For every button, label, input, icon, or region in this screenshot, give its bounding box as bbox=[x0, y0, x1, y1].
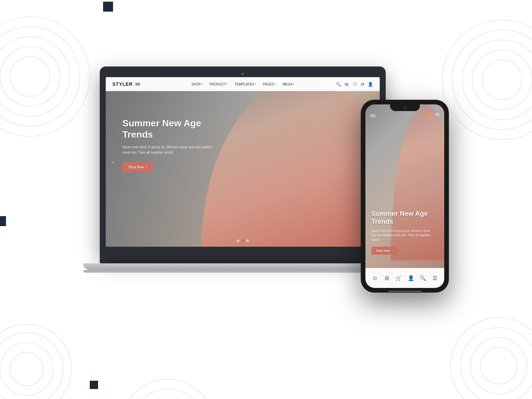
slider-dot-3[interactable] bbox=[246, 239, 249, 242]
laptop-hero-text-block: Summer New Age Trends Never ever think o… bbox=[122, 118, 215, 172]
slider-previous-arrow[interactable]: ‹ bbox=[112, 159, 114, 166]
laptop-brand-logo: STYLER bbox=[112, 81, 133, 87]
nav-link-product[interactable]: PRODUCT ▾ bbox=[209, 82, 228, 86]
phone-hamburger-line-3 bbox=[370, 117, 375, 117]
laptop-navbar: STYLER SHOP ▾ PRODUCT ▾ TEMPLATES ▾ PAGE… bbox=[106, 77, 380, 91]
phone-hero-subtitle: Never ever think of giving up. Winners n… bbox=[371, 229, 431, 242]
laptop-bottom bbox=[83, 263, 402, 270]
phone-home-indicator bbox=[388, 291, 422, 292]
chevron-down-icon: ▾ bbox=[293, 83, 294, 85]
slider-dot-2[interactable] bbox=[241, 239, 244, 242]
user-icon[interactable]: 👤 bbox=[368, 82, 373, 87]
phone-hero-title: Summer New Age Trends bbox=[371, 209, 431, 225]
laptop-hamburger-menu[interactable] bbox=[135, 83, 140, 86]
heart-icon[interactable]: 🤍 bbox=[352, 82, 357, 87]
phone-body: 🛍 Summer New Age Trends Never ever think… bbox=[361, 100, 449, 293]
phone-cart-icon[interactable]: 🛒 bbox=[394, 273, 403, 283]
chevron-down-icon: ▾ bbox=[227, 83, 228, 85]
laptop-shop-now-button[interactable]: Shop Now › bbox=[122, 162, 153, 172]
laptop-hero-subtitle: Never ever think of giving up. Winners n… bbox=[122, 145, 215, 155]
phone-notch bbox=[390, 104, 420, 111]
phone-search-icon[interactable]: 🔍 bbox=[418, 273, 428, 283]
hamburger-line-3 bbox=[135, 85, 140, 86]
phone-hamburger-line-1 bbox=[370, 114, 375, 115]
phone-screen: 🛍 Summer New Age Trends Never ever think… bbox=[365, 104, 444, 288]
chevron-down-icon: ▾ bbox=[275, 83, 276, 85]
hamburger-line-2 bbox=[135, 84, 140, 84]
slider-dots bbox=[237, 239, 249, 242]
phone-nav-icon-group: 🛍 bbox=[428, 112, 440, 117]
phone-home-icon[interactable]: ⊙ bbox=[370, 273, 379, 283]
nav-link-pages[interactable]: PAGES ▾ bbox=[263, 82, 276, 86]
search-icon[interactable]: 🔍 bbox=[336, 82, 341, 87]
phone-arrow-right-icon: › bbox=[392, 249, 393, 252]
laptop-screen-body: STYLER SHOP ▾ PRODUCT ▾ TEMPLATES ▾ PAGE… bbox=[100, 66, 386, 256]
phone-bottom-navigation: ⊙ ⊞ 🛒 👤 🔍 ☰ bbox=[365, 268, 444, 288]
slider-dot-1[interactable] bbox=[237, 239, 239, 242]
laptop-nav-icon-group: 🔍 🛍 🤍 ⇄ 👤 bbox=[336, 82, 373, 87]
nav-link-mega[interactable]: MEGA ▾ bbox=[283, 82, 294, 86]
laptop-hero-content: Summer New Age Trends Never ever think o… bbox=[106, 91, 380, 247]
laptop-nav-links: SHOP ▾ PRODUCT ▾ TEMPLATES ▾ PAGES ▾ MEG… bbox=[150, 82, 336, 86]
laptop-hero-title: Summer New Age Trends bbox=[122, 118, 215, 140]
phone-shop-now-label: Shop Now bbox=[376, 249, 390, 252]
phone-shop-now-button[interactable]: Shop Now › bbox=[371, 247, 397, 255]
compare-icon[interactable]: ⇄ bbox=[361, 82, 364, 87]
chevron-down-icon: ▾ bbox=[201, 83, 203, 85]
laptop-shop-now-label: Shop Now bbox=[128, 165, 144, 169]
phone-hero-content: Summer New Age Trends Never ever think o… bbox=[365, 120, 444, 268]
chevron-down-icon: ▾ bbox=[255, 83, 256, 85]
laptop-device: STYLER SHOP ▾ PRODUCT ▾ TEMPLATES ▾ PAGE… bbox=[100, 66, 386, 319]
laptop-base bbox=[100, 256, 386, 263]
phone-hero-text-block: Summer New Age Trends Never ever think o… bbox=[371, 209, 431, 255]
hamburger-line-1 bbox=[135, 83, 140, 83]
phone-orange-indicator bbox=[428, 113, 432, 116]
bag-icon[interactable]: 🛍 bbox=[344, 82, 349, 87]
phone-store-icon[interactable]: ⊞ bbox=[382, 273, 391, 283]
arrow-right-icon: › bbox=[146, 165, 147, 169]
nav-link-shop[interactable]: SHOP ▾ bbox=[192, 82, 203, 86]
phone-front-camera bbox=[404, 106, 406, 109]
laptop-feet bbox=[83, 270, 402, 273]
devices-container: STYLER SHOP ▾ PRODUCT ▾ TEMPLATES ▾ PAGE… bbox=[83, 50, 449, 349]
phone-device: 🛍 Summer New Age Trends Never ever think… bbox=[361, 100, 449, 316]
main-content: STYLER SHOP ▾ PRODUCT ▾ TEMPLATES ▾ PAGE… bbox=[0, 0, 532, 399]
phone-list-icon[interactable]: ☰ bbox=[430, 273, 440, 283]
laptop-camera bbox=[241, 72, 244, 75]
phone-hamburger-line-2 bbox=[370, 115, 375, 116]
phone-bag-icon[interactable]: 🛍 bbox=[435, 112, 440, 117]
phone-hamburger-menu[interactable] bbox=[370, 114, 428, 117]
nav-link-templates[interactable]: TEMPLATES ▾ bbox=[235, 82, 256, 86]
laptop-screen: STYLER SHOP ▾ PRODUCT ▾ TEMPLATES ▾ PAGE… bbox=[106, 77, 380, 247]
phone-user-icon[interactable]: 👤 bbox=[406, 273, 416, 283]
